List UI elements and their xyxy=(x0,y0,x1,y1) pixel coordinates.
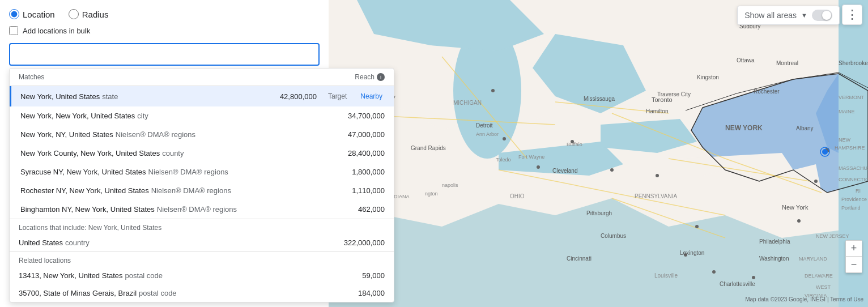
svg-text:New York: New York xyxy=(782,204,809,211)
map-top-controls: Show all areas ▼ xyxy=(737,6,840,25)
item-right: 462,000 xyxy=(334,205,385,214)
item-left: 13413, New York, United States postal co… xyxy=(19,271,362,280)
add-bulk-checkbox[interactable] xyxy=(9,26,18,35)
svg-text:RI: RI xyxy=(856,188,861,194)
svg-point-11 xyxy=(503,137,506,140)
svg-text:ngton: ngton xyxy=(425,191,438,197)
section-dropdown-item[interactable]: 35700, State of Minas Gerais, Brazil pos… xyxy=(10,284,394,302)
svg-text:Albany: Albany xyxy=(796,125,814,131)
svg-text:Fort Wayne: Fort Wayne xyxy=(518,154,544,160)
location-label: Location xyxy=(23,10,55,19)
zoom-controls: + − xyxy=(845,240,862,273)
svg-point-17 xyxy=(695,225,699,228)
location-dropdown: Matches Reach i New York, United States … xyxy=(9,68,394,302)
dropdown-item[interactable]: New York, NY, United States Nielsen® DMA… xyxy=(10,125,394,144)
item-right: 1,110,000 xyxy=(334,186,385,195)
locations-include-section-header: Locations that include: New York, United… xyxy=(10,219,394,234)
svg-text:Ann Arbor: Ann Arbor xyxy=(476,131,499,137)
svg-text:Cleveland: Cleveland xyxy=(552,168,577,174)
dropdown-header: Matches Reach i xyxy=(10,69,394,86)
svg-point-15 xyxy=(610,168,614,172)
svg-text:MICHIGAN: MICHIGAN xyxy=(453,100,482,106)
dropdown-item[interactable]: Rochester NY, New York, United States Ni… xyxy=(10,181,394,200)
item-right: 42,800,000 Target Nearby xyxy=(266,91,385,101)
svg-text:Pittsburgh: Pittsburgh xyxy=(586,210,612,216)
svg-text:Cincinnati: Cincinnati xyxy=(567,255,592,262)
zoom-out-button[interactable]: − xyxy=(846,257,862,272)
nearby-button[interactable]: Nearby xyxy=(358,91,385,101)
dropdown-item[interactable]: Binghamton NY, New York, United States N… xyxy=(10,200,394,219)
radius-radio[interactable] xyxy=(69,9,79,19)
related-locations-section-header: Related locations xyxy=(10,251,394,267)
svg-text:MARYLAND: MARYLAND xyxy=(799,256,827,262)
svg-point-16 xyxy=(656,174,659,177)
radius-radio-label[interactable]: Radius xyxy=(69,9,109,19)
svg-text:Mississauga: Mississauga xyxy=(584,96,615,102)
dropdown-item[interactable]: New York County, New York, United States… xyxy=(10,144,394,163)
matches-col-header: Matches xyxy=(19,73,44,81)
map-attribution: Map data ©2023 Google, INEGI | Terms of … xyxy=(745,296,863,302)
svg-text:Grand Rapids: Grand Rapids xyxy=(411,145,446,151)
location-search-input[interactable]: new york xyxy=(9,43,320,66)
svg-point-19 xyxy=(712,270,716,274)
svg-text:NEW JERSEY: NEW JERSEY xyxy=(816,233,849,239)
section-dropdown-item[interactable]: 13413, New York, United States postal co… xyxy=(10,267,394,284)
svg-text:Louisville: Louisville xyxy=(654,272,678,279)
svg-text:Charlottesville: Charlottesville xyxy=(720,281,755,287)
svg-text:Rochester: Rochester xyxy=(754,88,780,95)
item-left: Rochester NY, New York, United States Ni… xyxy=(20,186,334,195)
left-panel: Location Radius Add locations in bulk ne… xyxy=(0,0,329,307)
more-options-button[interactable]: ⋮ xyxy=(842,5,862,25)
svg-text:NEW: NEW xyxy=(839,137,851,143)
item-left: 35700, State of Minas Gerais, Brazil pos… xyxy=(19,289,358,297)
svg-text:Portland: Portland xyxy=(841,205,861,211)
svg-text:Hamilton: Hamilton xyxy=(646,108,668,114)
item-left: Binghamton NY, New York, United States N… xyxy=(20,205,334,214)
svg-text:PENNSYLVANIA: PENNSYLVANIA xyxy=(635,193,678,199)
show-all-areas-toggle[interactable] xyxy=(812,10,832,21)
dropdown-item[interactable]: New York, New York, United States city 3… xyxy=(10,106,394,125)
item-left: New York, NY, United States Nielsen® DMA… xyxy=(20,130,334,139)
item-right: 34,700,000 xyxy=(334,112,385,120)
dropdown-item[interactable]: New York, United States state 42,800,000… xyxy=(10,86,394,106)
svg-text:MAINE: MAINE xyxy=(839,109,855,114)
item-right: 1,800,000 xyxy=(334,168,385,176)
svg-point-20 xyxy=(752,276,755,279)
svg-text:Buffalo: Buffalo xyxy=(567,142,582,147)
svg-text:VERMONT: VERMONT xyxy=(839,95,865,100)
svg-text:Philadelphia: Philadelphia xyxy=(759,238,790,245)
svg-text:Washington: Washington xyxy=(759,255,789,262)
add-bulk-label: Add locations in bulk xyxy=(23,27,90,35)
map-svg: Sudbury Traverse City Green Bay Grand Ra… xyxy=(329,0,868,307)
svg-text:DELAWARE: DELAWARE xyxy=(805,273,833,279)
item-left: New York, New York, United States city xyxy=(20,112,334,120)
svg-point-24 xyxy=(822,149,828,155)
zoom-in-button[interactable]: + xyxy=(846,241,862,257)
dropdown-item[interactable]: Syracuse NY, New York, United States Nie… xyxy=(10,163,394,181)
svg-text:Detroit: Detroit xyxy=(476,122,493,129)
item-left: New York, United States state xyxy=(20,92,266,101)
item-left: Syracuse NY, New York, United States Nie… xyxy=(20,168,334,176)
section-dropdown-item[interactable]: United States country 322,000,000 xyxy=(10,234,394,251)
svg-text:WEST: WEST xyxy=(816,284,831,290)
svg-text:CONNECTICUT: CONNECTICUT xyxy=(839,177,868,182)
map-area[interactable]: Sudbury Traverse City Green Bay Grand Ra… xyxy=(329,0,868,307)
svg-text:OHIO: OHIO xyxy=(510,193,525,199)
svg-point-12 xyxy=(537,165,540,169)
svg-point-22 xyxy=(814,180,818,183)
location-radio-label[interactable]: Location xyxy=(9,9,55,19)
add-bulk-row[interactable]: Add locations in bulk xyxy=(9,26,320,35)
targeting-type-row: Location Radius xyxy=(9,9,320,19)
svg-text:DIANA: DIANA xyxy=(394,194,410,199)
location-radio[interactable] xyxy=(9,9,19,19)
reach-info-icon[interactable]: i xyxy=(377,73,385,81)
reach-col-header: Reach i xyxy=(355,73,385,81)
svg-text:Ottawa: Ottawa xyxy=(737,57,755,63)
svg-text:HAMPSHIRE: HAMPSHIRE xyxy=(835,145,865,151)
svg-text:Sherbrooke: Sherbrooke xyxy=(839,60,868,66)
target-button[interactable]: Target xyxy=(326,91,349,101)
svg-text:Columbus: Columbus xyxy=(601,233,626,239)
item-left: United States country xyxy=(19,238,344,247)
svg-text:MASSACHUSETTS: MASSACHUSETTS xyxy=(839,165,868,171)
svg-text:Providence: Providence xyxy=(841,197,867,202)
